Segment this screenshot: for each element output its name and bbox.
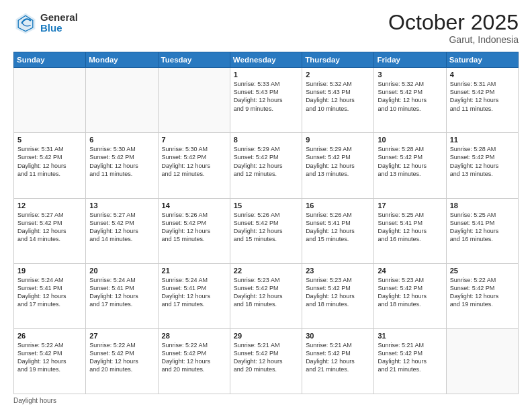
day-info: Sunrise: 5:24 AM Sunset: 5:41 PM Dayligh… (162, 276, 226, 309)
calendar-cell: 6Sunrise: 5:30 AM Sunset: 5:42 PM Daylig… (86, 133, 158, 198)
calendar-cell: 11Sunrise: 5:28 AM Sunset: 5:42 PM Dayli… (446, 133, 518, 198)
day-info: Sunrise: 5:31 AM Sunset: 5:42 PM Dayligh… (450, 80, 515, 113)
day-info: Sunrise: 5:31 AM Sunset: 5:42 PM Dayligh… (17, 145, 82, 178)
calendar-cell: 9Sunrise: 5:29 AM Sunset: 5:42 PM Daylig… (302, 133, 374, 198)
day-number: 8 (234, 136, 298, 144)
calendar: SundayMondayTuesdayWednesdayThursdayFrid… (13, 52, 519, 394)
day-info: Sunrise: 5:33 AM Sunset: 5:43 PM Dayligh… (234, 80, 298, 113)
weekday-header: Saturday (446, 52, 518, 68)
calendar-cell: 23Sunrise: 5:23 AM Sunset: 5:42 PM Dayli… (302, 263, 374, 328)
calendar-cell (14, 68, 86, 133)
day-number: 14 (162, 201, 226, 210)
page: General Blue October 2025 Garut, Indones… (0, 0, 532, 411)
day-info: Sunrise: 5:29 AM Sunset: 5:42 PM Dayligh… (234, 145, 298, 178)
location: Garut, Indonesia (388, 34, 519, 45)
day-info: Sunrise: 5:32 AM Sunset: 5:42 PM Dayligh… (378, 80, 442, 113)
day-info: Sunrise: 5:22 AM Sunset: 5:42 PM Dayligh… (162, 341, 226, 374)
title-block: October 2025 Garut, Indonesia (388, 11, 519, 45)
calendar-cell: 30Sunrise: 5:21 AM Sunset: 5:42 PM Dayli… (302, 328, 374, 394)
calendar-cell: 1Sunrise: 5:33 AM Sunset: 5:43 PM Daylig… (230, 68, 302, 133)
day-number: 7 (162, 136, 226, 144)
calendar-cell: 27Sunrise: 5:22 AM Sunset: 5:42 PM Dayli… (86, 328, 158, 394)
day-number: 29 (234, 332, 298, 340)
weekday-header: Tuesday (158, 52, 230, 68)
day-number: 1 (234, 71, 298, 79)
day-info: Sunrise: 5:22 AM Sunset: 5:42 PM Dayligh… (450, 276, 515, 309)
calendar-cell: 14Sunrise: 5:26 AM Sunset: 5:42 PM Dayli… (158, 198, 230, 263)
calendar-cell: 4Sunrise: 5:31 AM Sunset: 5:42 PM Daylig… (446, 68, 518, 133)
day-number: 30 (306, 332, 370, 340)
weekday-header: Wednesday (230, 52, 302, 68)
day-number: 28 (162, 332, 226, 340)
calendar-cell: 31Sunrise: 5:21 AM Sunset: 5:42 PM Dayli… (374, 328, 446, 394)
day-number: 21 (162, 267, 226, 275)
day-number: 16 (306, 201, 370, 210)
weekday-header: Sunday (14, 52, 86, 68)
calendar-cell: 21Sunrise: 5:24 AM Sunset: 5:41 PM Dayli… (158, 263, 230, 328)
day-info: Sunrise: 5:27 AM Sunset: 5:42 PM Dayligh… (17, 211, 82, 244)
calendar-cell: 16Sunrise: 5:26 AM Sunset: 5:41 PM Dayli… (302, 198, 374, 263)
calendar-week-row: 1Sunrise: 5:33 AM Sunset: 5:43 PM Daylig… (14, 68, 519, 133)
calendar-cell (158, 68, 230, 133)
calendar-week-row: 5Sunrise: 5:31 AM Sunset: 5:42 PM Daylig… (14, 133, 519, 198)
day-info: Sunrise: 5:25 AM Sunset: 5:41 PM Dayligh… (378, 211, 442, 244)
calendar-cell: 17Sunrise: 5:25 AM Sunset: 5:41 PM Dayli… (374, 198, 446, 263)
day-info: Sunrise: 5:30 AM Sunset: 5:42 PM Dayligh… (162, 145, 226, 178)
day-number: 22 (234, 267, 298, 275)
day-info: Sunrise: 5:26 AM Sunset: 5:42 PM Dayligh… (162, 211, 226, 244)
day-info: Sunrise: 5:24 AM Sunset: 5:41 PM Dayligh… (17, 276, 82, 309)
calendar-cell: 29Sunrise: 5:21 AM Sunset: 5:42 PM Dayli… (230, 328, 302, 394)
svg-marker-0 (16, 13, 36, 34)
calendar-cell: 28Sunrise: 5:22 AM Sunset: 5:42 PM Dayli… (158, 328, 230, 394)
calendar-cell (446, 328, 518, 394)
calendar-cell: 18Sunrise: 5:25 AM Sunset: 5:41 PM Dayli… (446, 198, 518, 263)
month-title: October 2025 (388, 11, 519, 34)
calendar-cell: 15Sunrise: 5:26 AM Sunset: 5:42 PM Dayli… (230, 198, 302, 263)
day-info: Sunrise: 5:24 AM Sunset: 5:41 PM Dayligh… (89, 276, 154, 309)
day-number: 11 (450, 136, 515, 144)
day-number: 12 (17, 201, 82, 210)
day-number: 5 (17, 136, 82, 144)
weekday-header: Friday (374, 52, 446, 68)
day-number: 25 (450, 267, 515, 275)
day-number: 10 (378, 136, 442, 144)
day-info: Sunrise: 5:29 AM Sunset: 5:42 PM Dayligh… (306, 145, 370, 178)
day-number: 2 (306, 71, 370, 79)
day-number: 23 (306, 267, 370, 275)
day-info: Sunrise: 5:25 AM Sunset: 5:41 PM Dayligh… (450, 211, 515, 244)
calendar-cell: 22Sunrise: 5:23 AM Sunset: 5:42 PM Dayli… (230, 263, 302, 328)
weekday-header: Monday (86, 52, 158, 68)
logo: General Blue (13, 11, 78, 35)
header: General Blue October 2025 Garut, Indones… (13, 11, 519, 45)
day-info: Sunrise: 5:21 AM Sunset: 5:42 PM Dayligh… (378, 341, 442, 374)
day-number: 4 (450, 71, 515, 79)
calendar-cell: 3Sunrise: 5:32 AM Sunset: 5:42 PM Daylig… (374, 68, 446, 133)
day-number: 31 (378, 332, 442, 340)
day-number: 17 (378, 201, 442, 210)
calendar-cell: 7Sunrise: 5:30 AM Sunset: 5:42 PM Daylig… (158, 133, 230, 198)
calendar-cell: 25Sunrise: 5:22 AM Sunset: 5:42 PM Dayli… (446, 263, 518, 328)
day-number: 26 (17, 332, 82, 340)
day-info: Sunrise: 5:21 AM Sunset: 5:42 PM Dayligh… (234, 341, 298, 374)
calendar-cell: 12Sunrise: 5:27 AM Sunset: 5:42 PM Dayli… (14, 198, 86, 263)
calendar-cell: 26Sunrise: 5:22 AM Sunset: 5:42 PM Dayli… (14, 328, 86, 394)
day-number: 15 (234, 201, 298, 210)
footer-note: Daylight hours (13, 397, 519, 404)
day-info: Sunrise: 5:22 AM Sunset: 5:42 PM Dayligh… (89, 341, 154, 374)
day-number: 24 (378, 267, 442, 275)
calendar-cell: 8Sunrise: 5:29 AM Sunset: 5:42 PM Daylig… (230, 133, 302, 198)
logo-blue: Blue (40, 23, 78, 34)
logo-general: General (40, 12, 78, 24)
calendar-cell: 5Sunrise: 5:31 AM Sunset: 5:42 PM Daylig… (14, 133, 86, 198)
day-info: Sunrise: 5:22 AM Sunset: 5:42 PM Dayligh… (17, 341, 82, 374)
day-info: Sunrise: 5:27 AM Sunset: 5:42 PM Dayligh… (89, 211, 154, 244)
day-info: Sunrise: 5:23 AM Sunset: 5:42 PM Dayligh… (234, 276, 298, 309)
day-info: Sunrise: 5:28 AM Sunset: 5:42 PM Dayligh… (450, 145, 515, 178)
calendar-cell: 13Sunrise: 5:27 AM Sunset: 5:42 PM Dayli… (86, 198, 158, 263)
day-info: Sunrise: 5:23 AM Sunset: 5:42 PM Dayligh… (378, 276, 442, 309)
calendar-week-row: 12Sunrise: 5:27 AM Sunset: 5:42 PM Dayli… (14, 198, 519, 263)
day-info: Sunrise: 5:21 AM Sunset: 5:42 PM Dayligh… (306, 341, 370, 374)
calendar-cell (86, 68, 158, 133)
day-number: 19 (17, 267, 82, 275)
day-number: 13 (89, 201, 154, 210)
